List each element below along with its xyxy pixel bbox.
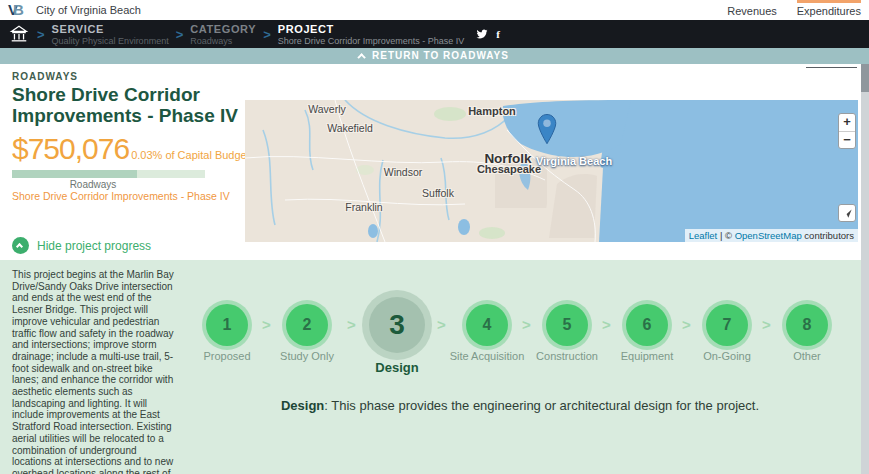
phase-circle-study-only[interactable]: 2 — [286, 304, 328, 346]
map-label-hampton: Hampton — [468, 105, 516, 117]
top-nav-links: RevenuesExpenditures — [727, 0, 861, 20]
budget-progress-bar — [12, 170, 205, 178]
scrollbar-thumb[interactable] — [861, 64, 869, 92]
map-label-chesapeake: Chesapeake — [477, 163, 541, 175]
phase-chevron-icon: > — [522, 316, 531, 333]
map-label-franklin: Franklin — [345, 201, 382, 213]
project-description: This project begins at the Marlin Bay Dr… — [12, 269, 177, 474]
phase-label-design: Design — [337, 360, 457, 375]
phase-label-other: Other — [747, 350, 867, 362]
budget-progress-fill — [12, 170, 137, 178]
phase-circle-proposed[interactable]: 1 — [206, 304, 248, 346]
crumb-label: CATEGORY — [190, 23, 256, 35]
map-label-waverly: Waverly — [308, 103, 346, 115]
category-label: ROADWAYS — [12, 71, 78, 82]
phase-circle-equipment[interactable]: 6 — [626, 304, 668, 346]
top-bar: VB City of Virginia Beach RevenuesExpend… — [0, 0, 869, 20]
project-progress-section: This project begins at the Marlin Bay Dr… — [0, 260, 869, 474]
crumb-service[interactable]: SERVICEQuality Physical Environment — [52, 23, 169, 46]
facebook-icon[interactable]: f — [496, 28, 500, 40]
crumb-label: SERVICE — [52, 23, 169, 35]
breadcrumb-chevron-icon: > — [176, 27, 184, 42]
progress-bar-sublabel: Shore Drive Corridor Improvements - Phas… — [12, 190, 242, 202]
return-banner-label: RETURN TO ROADWAYS — [372, 50, 509, 61]
copyright-symbol: © — [725, 230, 732, 241]
social-icons: f — [476, 28, 500, 40]
vb-logo[interactable]: VB — [8, 1, 24, 19]
breadcrumb-chevron-icon: > — [263, 27, 271, 42]
map-label-virginia-beach: Virginia Beach — [536, 155, 612, 167]
phase-circle-on-going[interactable]: 7 — [706, 304, 748, 346]
attribution-divider: | — [720, 230, 722, 241]
phase-circle-construction[interactable]: 5 — [546, 304, 588, 346]
map-label-wakefield: Wakefield — [327, 122, 373, 134]
map-label-windsor: Windsor — [384, 166, 423, 178]
phase-detail-title: Design — [281, 398, 324, 413]
zoom-out-button[interactable]: − — [839, 131, 855, 148]
locate-button[interactable] — [838, 204, 856, 222]
hide-progress-label: Hide project progress — [37, 239, 151, 253]
phase-detail-line: Design: This phase provides the engineer… — [190, 398, 850, 413]
brand-title: City of Virginia Beach — [36, 4, 141, 16]
map-attribution: Leaflet | © OpenStreetMap contributors — [685, 229, 858, 242]
phase-chevron-icon: > — [602, 316, 611, 333]
page-scrollbar[interactable] — [861, 64, 869, 474]
logo-letter-b: B — [13, 1, 24, 18]
phase-chevron-icon: > — [262, 316, 271, 333]
phase-chevron-icon: > — [682, 316, 691, 333]
phase-circle-other[interactable]: 8 — [786, 304, 828, 346]
phase-detail-text: : This phase provides the engineering or… — [324, 398, 759, 413]
crumb-category[interactable]: CATEGORYRoadways — [190, 23, 256, 46]
map-label-suffolk: Suffolk — [422, 187, 454, 199]
crumb-sublabel: Roadways — [190, 36, 256, 46]
phase-chevron-icon: > — [762, 316, 771, 333]
top-link-revenues[interactable]: Revenues — [727, 0, 777, 20]
crumb-sublabel: Quality Physical Environment — [52, 36, 169, 46]
top-link-expenditures[interactable]: Expenditures — [797, 0, 861, 20]
collapse-circle-icon — [12, 237, 29, 254]
phase-circle-design[interactable]: 3 — [369, 297, 425, 353]
leaflet-map[interactable]: WaverlyWakefieldHamptonNorfolkChesapeake… — [245, 100, 858, 242]
budget-amount: $750,076 — [12, 132, 129, 166]
breadcrumb-items: >SERVICEQuality Physical Environment>CAT… — [30, 23, 464, 46]
breadcrumb-chevron-icon: > — [37, 27, 45, 42]
crumb-project[interactable]: PROJECTShore Drive Corridor Improvements… — [278, 23, 465, 46]
osm-link[interactable]: OpenStreetMap — [735, 230, 802, 241]
project-title: Shore Drive Corridor Improvements - Phas… — [12, 84, 247, 126]
breadcrumb-bar: >SERVICEQuality Physical Environment>CAT… — [0, 20, 869, 48]
attribution-contributors: contributors — [804, 230, 854, 241]
zoom-in-button[interactable]: + — [839, 114, 855, 131]
budget-amount-row: $750,076 0.03% of Capital Budget — [12, 132, 250, 166]
phase-circle-site-acquisition[interactable]: 4 — [466, 304, 508, 346]
map-zoom-control: + − — [838, 113, 856, 149]
hide-progress-toggle[interactable]: Hide project progress — [12, 237, 151, 254]
crumb-label: PROJECT — [278, 23, 465, 35]
map-marker-pin[interactable] — [537, 113, 557, 150]
progress-bar-label: Roadways — [12, 179, 174, 190]
home-icon[interactable] — [8, 24, 30, 44]
budget-percent: 0.03% of Capital Budget — [131, 149, 250, 161]
chevron-up-icon — [357, 53, 365, 61]
crumb-sublabel: Shore Drive Corridor Improvements - Phas… — [278, 36, 465, 46]
phase-chevron-icon: > — [437, 316, 446, 333]
twitter-icon[interactable] — [476, 29, 488, 40]
return-to-roadways-banner[interactable]: RETURN TO ROADWAYS — [0, 48, 869, 64]
leaflet-link[interactable]: Leaflet — [689, 230, 718, 241]
phase-chevron-icon: > — [347, 316, 356, 333]
